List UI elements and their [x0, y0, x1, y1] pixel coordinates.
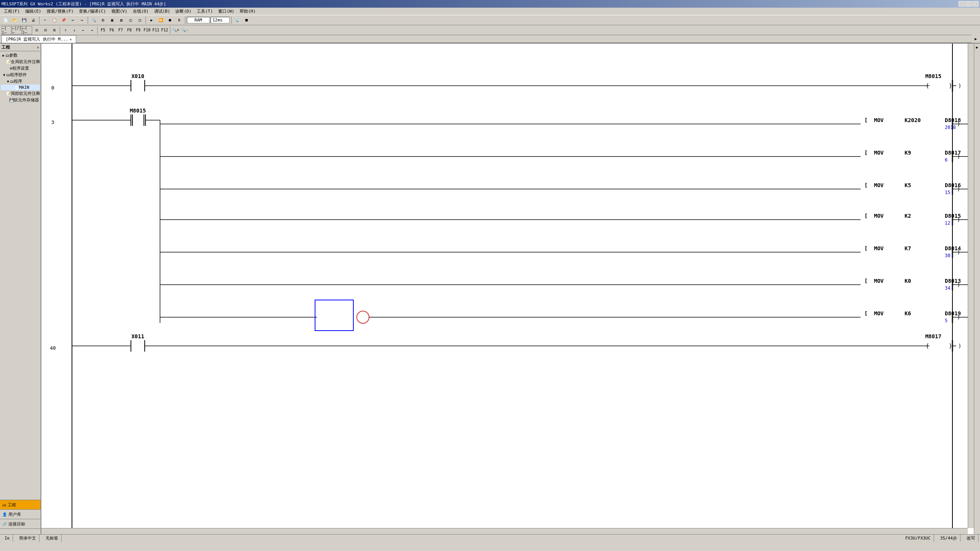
menu-view[interactable]: 视图(V) [109, 8, 130, 15]
minimize-button[interactable]: – [959, 1, 965, 7]
x011-label: X011 [131, 333, 144, 339]
menu-online[interactable]: 在线(O) [131, 8, 151, 15]
inst1-bracket: [ [864, 117, 867, 123]
tree-label7: 局部软元件注释 [11, 91, 40, 96]
new-btn[interactable]: 📄 [2, 16, 10, 24]
tree-item-device-mem[interactable]: 💾 软元件存储器 [1, 97, 40, 103]
ladder-coil-btn[interactable]: —( )— [22, 26, 32, 34]
timing-combo[interactable]: 12ms [211, 17, 230, 23]
monitor-btn[interactable]: 📡 [233, 16, 242, 24]
window-controls: – □ ✕ [959, 1, 978, 7]
tb-btn7[interactable]: ▶ [147, 16, 156, 24]
save-btn[interactable]: 💾 [20, 16, 28, 24]
tb2-btn5[interactable]: ⊟ [41, 26, 50, 34]
tab-label: [PRG]R 监视写入 执行中 M... [6, 36, 68, 42]
tree-item-program-parts[interactable]: ▼ 🗂 程序部件 [1, 72, 40, 78]
menu-diag[interactable]: 诊断(D) [173, 8, 194, 15]
menu-convert[interactable]: 变换/编译(C) [77, 8, 108, 15]
print-btn[interactable]: 🖨 [29, 16, 38, 24]
tb-btn10[interactable]: ⏸ [175, 16, 183, 24]
menu-debug[interactable]: 调试(B) [152, 8, 173, 15]
menu-edit[interactable]: 编辑(E) [23, 8, 44, 15]
tb2-btn15[interactable]: F9 [134, 26, 142, 34]
tb2-btn10[interactable]: → [88, 26, 96, 34]
tb2-btn11[interactable]: F5 [99, 26, 107, 34]
panel-close-btn[interactable]: ✕ [37, 46, 39, 49]
tb2-btn12[interactable]: F6 [108, 26, 116, 34]
ladder-contact-btn[interactable]: —| |— [2, 26, 11, 34]
tb-btn9[interactable]: ⏺ [166, 16, 174, 24]
inst2-mov: MOV [874, 150, 884, 156]
vertical-scrollbar[interactable] [968, 44, 974, 528]
undo-btn[interactable]: ↩ [69, 16, 77, 24]
tb2-btn9[interactable]: ← [79, 26, 87, 34]
redo-btn[interactable]: ↪ [78, 16, 86, 24]
tree-item-global-comment[interactable]: 📝 全局软元件注释 [1, 59, 40, 65]
menu-window[interactable]: 窗口(W) [216, 8, 237, 15]
row6-right: ) [957, 282, 960, 288]
selection-box[interactable] [315, 300, 353, 331]
tree-label8: 软元件存储器 [14, 97, 39, 103]
tb2-btn6[interactable]: ⊞ [50, 26, 59, 34]
tb2-btn4[interactable]: ⊡ [33, 26, 41, 34]
tree-label3: 程序设置 [12, 65, 29, 71]
m8017-coil-open: ( [926, 342, 929, 349]
tree-item-program[interactable]: ▼ 🗂 程序 [1, 78, 40, 85]
tree-item-main[interactable]: 📄 MAIN [1, 85, 40, 90]
tb2-btn8[interactable]: ↓ [70, 26, 78, 34]
ladder-btn[interactable]: ⊞ [99, 16, 107, 24]
panel-btn-connection[interactable]: 🔗 连接目标 [0, 519, 41, 529]
tb2-btn13[interactable]: F7 [116, 26, 125, 34]
open-btn[interactable]: 📂 [11, 16, 19, 24]
cut-btn[interactable]: ✂ [41, 16, 49, 24]
tb2-zoom[interactable]: 🔍+ [172, 26, 180, 34]
tab-right-arrow[interactable]: ▶ [972, 34, 980, 43]
coil-close: ) [949, 82, 952, 89]
main-layout: 工程 ✕ ▶ 🗂 参数 📝 全局软元件注释 ⚙ 程序设置 ▼ 🗂 [0, 44, 980, 534]
sep2 [88, 16, 88, 24]
btn3[interactable]: ▦ [108, 16, 116, 24]
panel-header: 工程 ✕ [0, 44, 41, 51]
tb2-btn14[interactable]: F8 [125, 26, 134, 34]
sep1 [39, 16, 39, 24]
status-state: 改写 [964, 535, 978, 542]
menu-project[interactable]: 工程(F) [2, 8, 22, 15]
tb2-btn7[interactable]: ↑ [61, 26, 70, 34]
menu-tools[interactable]: 工具(T) [194, 8, 215, 15]
stop-btn[interactable]: ⏹ [242, 16, 251, 24]
btn4[interactable]: ▤ [117, 16, 126, 24]
btn5[interactable]: ◫ [126, 16, 135, 24]
tb-btn8[interactable]: ⏩ [157, 16, 165, 24]
inst2-bracket: [ [864, 150, 867, 156]
m8017-label: M8017 [925, 333, 941, 339]
panel-btn-project[interactable]: 🗂 工程 [0, 500, 41, 510]
panel-btn-userlib[interactable]: 👤 用户库 [0, 510, 41, 519]
tree-item-local-comment[interactable]: 📝 局部软元件注释 [1, 90, 40, 97]
inst4-bracket: [ [864, 213, 867, 219]
btn6[interactable]: ◳ [136, 16, 144, 24]
tab-close-btn[interactable]: ✕ [70, 37, 72, 41]
find-btn[interactable]: 🔍 [90, 16, 98, 24]
tree-item-program-setting[interactable]: ⚙ 程序设置 [1, 65, 40, 72]
ladder-nc-btn[interactable]: —|/|— [12, 26, 22, 34]
paste-btn[interactable]: 📌 [59, 16, 68, 24]
maximize-button[interactable]: □ [965, 1, 972, 7]
step-3: 3 [51, 119, 54, 125]
close-button[interactable]: ✕ [972, 1, 978, 7]
horizontal-scrollbar[interactable] [41, 528, 968, 534]
tab-main[interactable]: [PRG]R 监视写入 执行中 M... ✕ [2, 35, 76, 43]
tb2-btn17[interactable]: F11 [152, 26, 160, 34]
sep5 [231, 16, 232, 24]
tb2-btn18[interactable]: F12 [160, 26, 169, 34]
menu-search[interactable]: 搜索/替换(F) [44, 8, 76, 15]
tb2-btn16[interactable]: F10 [143, 26, 151, 34]
tb2-zoomout[interactable]: 🔍- [180, 26, 189, 34]
sep8 [170, 26, 170, 34]
tree-item-params[interactable]: ▶ 🗂 参数 [1, 52, 40, 59]
menu-help[interactable]: 帮助(H) [237, 8, 258, 15]
ladder-diagram: 0 X010 M8015 ( ) ) 3 M8015 [41, 44, 974, 534]
copy-btn[interactable]: 📋 [50, 16, 59, 24]
status-position: 35/44步 [937, 535, 960, 542]
right-panel-toggle[interactable]: ▶ [974, 44, 980, 534]
panel-title: 工程 [2, 44, 10, 50]
